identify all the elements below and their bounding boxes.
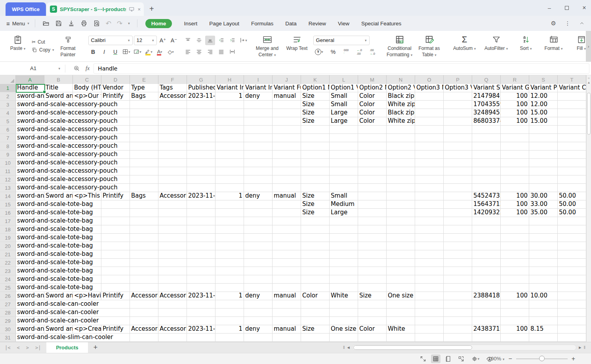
cell[interactable]: Option3 N (415, 84, 443, 92)
row-header[interactable]: 28 (0, 309, 16, 316)
row-header[interactable]: 21 (0, 250, 16, 258)
cell[interactable]: Type (130, 84, 158, 92)
tab-insert[interactable]: Insert (184, 21, 197, 27)
cell[interactable]: sword-and-scale-accessory-pouch (16, 117, 122, 125)
cell[interactable]: sword-and-scale-can-cooler (16, 309, 103, 316)
justify-button[interactable] (216, 47, 226, 57)
decrease-decimal-button[interactable]: .00→.0 (368, 47, 377, 57)
cell[interactable]: Variant Fu (273, 84, 301, 92)
currency-button[interactable]: ¥▾ (313, 47, 325, 57)
cell[interactable]: 8.15 (529, 325, 557, 333)
cell[interactable]: Sword an (44, 92, 72, 100)
vertical-scrollbar[interactable]: = ▲ (586, 75, 591, 342)
zoom-in-button[interactable]: + (572, 355, 575, 362)
autosum-button[interactable]: Σ AutoSum ▾ (449, 33, 480, 59)
cell[interactable]: sword-an (16, 92, 44, 100)
cell[interactable]: 100 (501, 101, 529, 109)
cell[interactable]: sword-and-scale-tote-bag (16, 217, 97, 225)
cell[interactable]: Black zipp (387, 92, 415, 100)
zoom-level[interactable]: 100% ▾ (488, 356, 504, 362)
settings-gear-icon[interactable]: ⚙ (551, 20, 556, 27)
row-header[interactable]: 1 (0, 84, 16, 92)
cell[interactable]: 100 (501, 117, 529, 125)
quickbar-more-icon[interactable]: ▾ (128, 21, 130, 25)
cell[interactable]: 35.00 (529, 209, 557, 217)
cell[interactable]: One size (387, 292, 415, 300)
zoom-slider[interactable] (516, 358, 568, 359)
align-right-button[interactable] (205, 47, 215, 57)
cell[interactable]: Published (187, 84, 215, 92)
horizontal-scroll-track[interactable] (352, 345, 577, 351)
row-header[interactable]: 2 (0, 92, 16, 100)
column-header-D[interactable]: D (101, 75, 130, 84)
cell[interactable]: Accessori (130, 325, 158, 333)
conditional-formatting-button[interactable]: Conditional Formatting ▾ (384, 33, 416, 59)
column-header-H[interactable]: H (215, 75, 244, 84)
document-tab[interactable]: S SPYScraper - S⋯l-products.csv × (47, 2, 144, 16)
tab-view[interactable]: View (338, 21, 349, 27)
cell[interactable]: manual (273, 325, 301, 333)
align-top-button[interactable] (183, 36, 193, 45)
custom-view-button[interactable]: ▾ (469, 354, 482, 363)
highlight-color-button[interactable]: ▾ (144, 47, 154, 57)
cell[interactable]: sword-and-scale-tote-bag (16, 267, 97, 275)
cell[interactable]: Tags (158, 84, 187, 92)
cell[interactable]: Printify (101, 292, 130, 300)
borders-button[interactable]: ▾ (122, 47, 132, 57)
row-header[interactable]: 10 (0, 159, 16, 167)
wrap-text-button[interactable]: Wrap Text (283, 33, 311, 59)
cell[interactable]: 23884181 (472, 292, 500, 300)
cell[interactable]: Option3 V (444, 84, 472, 92)
paste-button[interactable]: Paste ▾ (4, 33, 32, 59)
row-header[interactable]: 27 (0, 300, 16, 308)
cell[interactable]: Variant P (529, 84, 557, 92)
cell[interactable]: 100 (501, 192, 529, 200)
decrease-indent-button[interactable] (216, 36, 226, 45)
cell[interactable]: 32489455 (472, 109, 500, 117)
cell[interactable]: 12.00 (529, 101, 557, 109)
export-icon[interactable] (68, 20, 75, 27)
cell[interactable]: Size (301, 92, 329, 100)
cell[interactable]: sword-and-scale-accessory-pouch (16, 159, 122, 167)
fullscreen-view-button[interactable] (418, 354, 428, 363)
zoom-slider-knob[interactable] (539, 356, 545, 361)
cell[interactable]: sword-and-scale-tote-bag (16, 200, 97, 208)
cell[interactable]: White zip (387, 117, 415, 125)
column-header-C[interactable]: C (73, 75, 101, 84)
cell[interactable]: 100 (501, 325, 529, 333)
cell[interactable]: White zip (387, 101, 415, 109)
cell[interactable]: Bags (130, 192, 158, 200)
cell[interactable]: 24383713 (472, 325, 500, 333)
cell[interactable]: Accessori (158, 325, 187, 333)
sheet-tab-products[interactable]: Products (46, 342, 88, 353)
tab-home[interactable]: Home (145, 19, 172, 28)
cell[interactable]: Variant G (501, 84, 529, 92)
row-header[interactable]: 5 (0, 117, 16, 125)
cell[interactable]: sword-and-scale-tote-bag (16, 225, 97, 233)
column-header-R[interactable]: R (501, 75, 529, 84)
cell[interactable]: sword-and-scale-accessory-pouch (16, 184, 122, 192)
row-header[interactable]: 30 (0, 325, 16, 333)
column-header-Q[interactable]: Q (472, 75, 501, 84)
cell[interactable]: Sword an (44, 192, 72, 200)
distribute-button[interactable] (227, 47, 237, 57)
name-box[interactable]: A1 ▾ (4, 64, 63, 73)
vertical-scroll-thumb[interactable] (587, 93, 591, 135)
column-header-K[interactable]: K (301, 75, 330, 84)
column-header-N[interactable]: N (387, 75, 415, 84)
number-format-select[interactable]: General▾ (313, 36, 370, 45)
cell[interactable]: 100 (501, 200, 529, 208)
horizontal-split-grip[interactable]: ‖ (343, 345, 345, 350)
cell[interactable]: Color (358, 92, 386, 100)
cell[interactable]: sword-and-scale-accessory-pouch (16, 134, 122, 142)
cell[interactable]: sword-an (16, 292, 44, 300)
cell[interactable]: 100 (501, 292, 529, 300)
row-header[interactable]: 3 (0, 101, 16, 109)
cell[interactable]: 12.00 (529, 92, 557, 100)
cell[interactable]: sword-and-scale-can-cooler (16, 317, 103, 325)
cell[interactable]: Body (HT (73, 84, 101, 92)
collapse-ribbon-icon[interactable] (579, 21, 585, 26)
cell[interactable]: Bags (130, 92, 158, 100)
row-header[interactable]: 22 (0, 259, 16, 267)
cell[interactable]: 17043559 (472, 101, 500, 109)
